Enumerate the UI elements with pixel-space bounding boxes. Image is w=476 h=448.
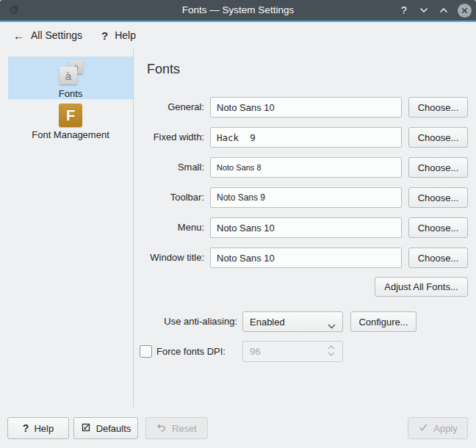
anti-aliasing-select[interactable]: Enabled [242, 311, 343, 332]
system-settings-window: ⚙⚙ Fonts — System Settings ? ← All Setti… [0, 0, 476, 448]
apply-button: Apply [408, 417, 468, 439]
help-button[interactable]: ? Help [7, 417, 69, 439]
general-label: General: [132, 97, 204, 118]
sidebar-item-font-management-label: Font Management [32, 129, 109, 140]
back-arrow-icon: ← [13, 29, 24, 42]
close-icon[interactable] [458, 4, 472, 18]
fixed-width-font-field: Hack 9 [210, 127, 402, 148]
maximize-icon[interactable] [438, 4, 450, 16]
minimize-icon[interactable] [418, 4, 430, 16]
font-management-icon: F [59, 104, 82, 127]
anti-aliasing-label: Use anti-aliasing: [132, 311, 237, 332]
small-label: Small: [132, 157, 204, 178]
toolbar-choose-button[interactable]: Choose... [408, 187, 468, 208]
toolbar-font-field: Noto Sans 9 [210, 187, 402, 208]
sidebar-item-font-management[interactable]: F Font Management [8, 101, 133, 143]
help-icon: ? [101, 29, 108, 42]
force-dpi-value: 96 [250, 346, 260, 357]
sidebar-item-fonts-label: Fonts [59, 88, 83, 99]
toolbar-help-button[interactable]: ? Help [101, 29, 136, 42]
general-choose-button[interactable]: Choose... [408, 97, 468, 118]
help-icon: ? [23, 422, 29, 434]
reset-button: Reset [145, 417, 208, 439]
page-title: Fonts [147, 62, 180, 77]
titlebar[interactable]: ⚙⚙ Fonts — System Settings ? [0, 0, 476, 21]
checkmark-icon [418, 422, 428, 434]
fixed-width-label: Fixed width: [132, 127, 204, 148]
general-font-field: Noto Sans 10 [210, 97, 402, 118]
configure-button[interactable]: Configure... [350, 311, 416, 332]
window-title-font-field: Noto Sans 10 [210, 248, 402, 268]
reset-icon [156, 422, 167, 434]
all-settings-label: All Settings [31, 29, 82, 41]
toolbar: ← All Settings ? Help [0, 22, 476, 48]
toolbar-help-label: Help [115, 29, 136, 41]
window-title-choose-button[interactable]: Choose... [408, 248, 468, 268]
force-dpi-checkbox[interactable] [140, 345, 152, 358]
chevron-down-icon [328, 320, 336, 331]
anti-aliasing-value: Enabled [250, 317, 285, 328]
toolbar-font-label: Toolbar: [132, 187, 204, 208]
defaults-button[interactable]: Defaults [73, 417, 138, 439]
adjust-all-fonts-button[interactable]: Adjust All Fonts... [375, 277, 468, 297]
small-font-field: Noto Sans 8 [210, 157, 402, 178]
fonts-icon: ë à [57, 60, 84, 86]
sidebar-item-fonts[interactable]: ë à Fonts [8, 57, 133, 99]
fixed-width-choose-button[interactable]: Choose... [408, 127, 468, 148]
force-dpi-spinbox: 96 [242, 341, 343, 362]
menu-font-field: Noto Sans 10 [210, 217, 402, 238]
small-choose-button[interactable]: Choose... [408, 157, 468, 178]
spinbox-arrows-icon [328, 345, 335, 356]
force-dpi-label: Force fonts DPI: [156, 342, 226, 362]
titlebar-help-icon[interactable]: ? [398, 4, 410, 16]
defaults-icon [81, 422, 91, 435]
all-settings-button[interactable]: ← All Settings [13, 29, 82, 42]
menu-choose-button[interactable]: Choose... [408, 217, 468, 238]
window-title-label: Window title: [132, 248, 204, 268]
menu-label: Menu: [132, 217, 204, 238]
